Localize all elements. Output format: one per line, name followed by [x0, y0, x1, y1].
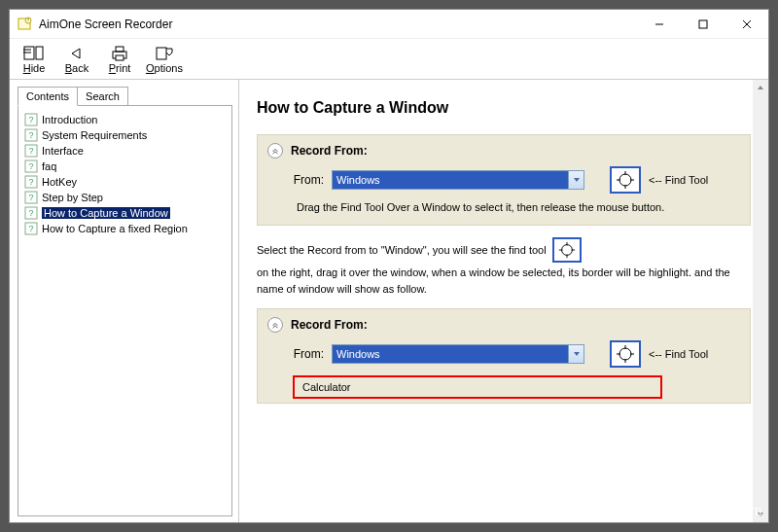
svg-point-36	[561, 245, 572, 256]
find-tool-label: <-- Find Tool	[649, 174, 708, 186]
svg-text:?: ?	[28, 130, 33, 140]
options-icon	[154, 45, 175, 62]
from-combobox[interactable]: Windows	[332, 344, 584, 364]
tree-item[interactable]: ?Introduction	[20, 112, 230, 127]
chevron-down-icon[interactable]	[568, 171, 584, 189]
from-combobox[interactable]: Windows	[332, 170, 584, 190]
collapse-icon[interactable]	[267, 317, 283, 333]
help-topic-icon: ?	[24, 206, 38, 220]
svg-text:?: ?	[28, 177, 33, 187]
svg-text:?: ?	[28, 208, 33, 218]
chevron-down-icon[interactable]	[568, 345, 584, 363]
window-title: AimOne Screen Recorder	[39, 18, 637, 31]
svg-rect-4	[699, 20, 707, 28]
from-value: Windows	[333, 171, 568, 189]
app-icon: ?	[18, 17, 33, 32]
record-from-group-1: Record From: From: Windows <-- Find Tool	[257, 134, 751, 226]
svg-text:?: ?	[28, 193, 33, 202]
from-label: From:	[291, 173, 324, 187]
app-window: ? AimOne Screen Recorder Hide Ba	[9, 9, 769, 523]
selected-window-name: Calculator	[302, 381, 351, 393]
svg-point-31	[619, 174, 631, 186]
svg-rect-13	[116, 55, 124, 60]
print-button[interactable]: Print	[103, 45, 136, 74]
tree-item[interactable]: ?System Requirements	[20, 127, 230, 143]
print-icon	[109, 45, 130, 62]
sidebar: Contents Search ?Introduction ?System Re…	[10, 80, 239, 522]
hide-icon	[23, 45, 45, 62]
find-tool-icon[interactable]	[610, 340, 641, 368]
instruction-paragraph: Select the Record from to "Window", you …	[257, 237, 751, 297]
watermark: LO4D.com	[693, 503, 762, 518]
find-tool-icon[interactable]	[610, 166, 641, 194]
help-topic-icon: ?	[24, 113, 38, 126]
svg-rect-14	[157, 48, 166, 59]
sidebar-tabs: Contents Search	[18, 86, 232, 105]
hide-remainder: ide	[31, 62, 46, 74]
group-title: Record From:	[291, 144, 368, 158]
selected-window-highlight: Calculator	[293, 375, 662, 399]
hide-button[interactable]: Hide	[18, 45, 51, 74]
tab-search[interactable]: Search	[77, 87, 128, 106]
minimize-button[interactable]	[637, 10, 681, 38]
group1-hint: Drag the Find Tool Over a Window to sele…	[267, 194, 740, 213]
maximize-button[interactable]	[681, 10, 725, 38]
tree-item[interactable]: ?Interface	[20, 143, 230, 159]
svg-text:?: ?	[28, 161, 33, 171]
window-controls	[637, 10, 768, 38]
close-button[interactable]	[725, 10, 768, 38]
tree-item-selected[interactable]: ?How to Capture a Window	[20, 205, 230, 221]
help-topic-icon: ?	[24, 144, 38, 158]
back-icon	[66, 45, 88, 62]
tree-item[interactable]: ?How to Capture a fixed Region	[20, 221, 230, 236]
help-topic-icon: ?	[24, 222, 38, 235]
svg-text:?: ?	[28, 224, 33, 233]
help-topic-icon: ?	[24, 160, 38, 173]
scroll-up-icon[interactable]	[753, 80, 768, 95]
vertical-scrollbar[interactable]	[753, 80, 768, 522]
svg-text:?: ?	[27, 18, 30, 23]
titlebar: ? AimOne Screen Recorder	[10, 10, 768, 39]
back-button[interactable]: Back	[60, 45, 93, 74]
main-area: Contents Search ?Introduction ?System Re…	[10, 80, 768, 522]
page-heading: How to Capture a Window	[257, 99, 751, 117]
from-label: From:	[291, 347, 324, 361]
help-topic-icon: ?	[24, 128, 38, 142]
help-topic-icon: ?	[24, 175, 38, 189]
collapse-icon[interactable]	[267, 143, 283, 159]
svg-rect-12	[116, 47, 124, 52]
record-from-group-2: Record From: From: Windows <-- Find Tool	[257, 308, 751, 404]
find-tool-label: <-- Find Tool	[649, 348, 708, 360]
toolbar: Hide Back Print Options	[10, 39, 768, 80]
svg-text:?: ?	[28, 115, 33, 124]
tree-item[interactable]: ?faq	[20, 159, 230, 174]
options-button[interactable]: Options	[146, 45, 183, 74]
find-tool-icon-inline	[552, 237, 582, 263]
tree-item[interactable]: ?HotKey	[20, 174, 230, 190]
tree-item[interactable]: ?Step by Step	[20, 190, 230, 205]
tab-contents[interactable]: Contents	[18, 87, 78, 106]
contents-tree[interactable]: ?Introduction ?System Requirements ?Inte…	[18, 105, 232, 516]
from-value: Windows	[333, 345, 568, 363]
svg-rect-8	[36, 47, 43, 59]
svg-point-41	[619, 348, 631, 360]
content-pane: How to Capture a Window Record From: Fro…	[239, 80, 768, 522]
group-title: Record From:	[291, 318, 368, 332]
svg-text:?: ?	[28, 146, 33, 156]
help-topic-icon: ?	[24, 191, 38, 204]
